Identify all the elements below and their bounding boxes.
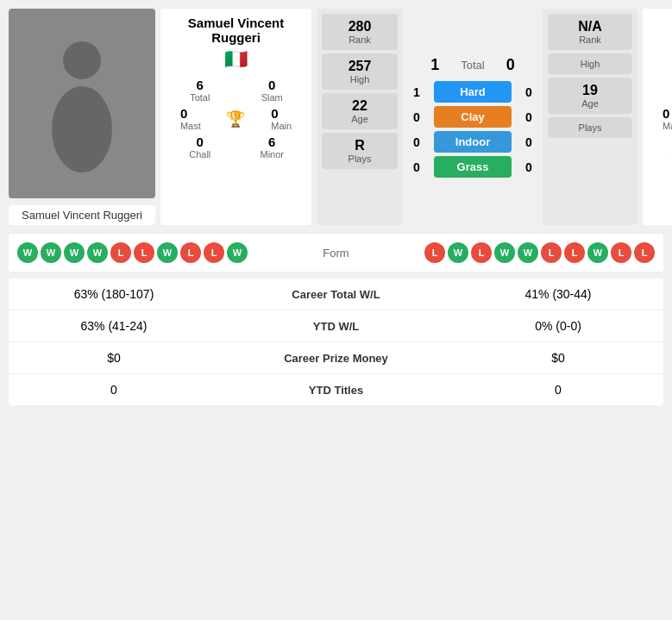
form-badge: L — [204, 242, 224, 263]
left-rank-value: 280 — [325, 19, 394, 34]
stats-table: 63% (180-107)Career Total W/L41% (30-44)… — [9, 279, 663, 405]
table-center-label: YTD Titles — [209, 384, 463, 397]
form-badge: L — [424, 242, 445, 263]
right-hard-num: 0 — [520, 85, 537, 99]
left-main-value: 0 — [271, 106, 292, 121]
clay-badge: Clay — [434, 106, 512, 128]
left-player-panel: Samuel Vincent Ruggeri — [9, 9, 155, 225]
table-right-value: 41% (30-44) — [463, 287, 653, 301]
form-badge: L — [180, 242, 201, 263]
left-age-box: 22 Age — [322, 93, 398, 129]
indoor-row: 0 Indoor 0 — [408, 131, 537, 153]
left-rank-box: 280 Rank — [322, 14, 398, 50]
left-mast-label: Mast — [180, 121, 201, 131]
right-mast-value: 0 — [663, 106, 672, 121]
right-chall-value: 0 — [650, 135, 672, 149]
left-rank-label: Rank — [325, 34, 394, 45]
right-total-label: Total — [650, 92, 672, 103]
main-container: Samuel Vincent Ruggeri Samuel Vincent Ru… — [0, 0, 672, 414]
form-badge: L — [110, 242, 131, 263]
left-chall-value: 0 — [167, 135, 233, 149]
left-high-value: 257 — [325, 59, 394, 74]
left-stats-grid: 6 Total 0 Slam — [167, 78, 305, 103]
right-clay-num: 0 — [520, 110, 537, 124]
form-badge: W — [518, 242, 538, 263]
table-left-value: 63% (180-107) — [19, 287, 209, 301]
right-mast-cell: 0 Mast — [663, 106, 672, 131]
left-main-cell: 0 Main — [271, 106, 292, 131]
form-badge: W — [17, 242, 38, 263]
left-player-flag: 🇮🇹 — [167, 48, 305, 71]
form-badge: L — [564, 242, 585, 263]
table-left-value: $0 — [19, 351, 209, 365]
left-plays-value: R — [325, 138, 394, 153]
right-grass-num: 0 — [520, 160, 537, 174]
left-high-label: High — [325, 74, 394, 85]
table-row: $0Career Prize Money$0 — [9, 342, 663, 374]
right-bottom-stats: 0 Chall 0 Minor — [650, 135, 672, 160]
left-mast-value: 0 — [180, 106, 201, 121]
left-minor-label: Minor — [240, 149, 305, 160]
left-form-badges: WWWWLLWLLW — [17, 242, 248, 263]
table-row: 63% (180-107)Career Total W/L41% (30-44) — [9, 279, 663, 310]
left-plays-box: R Plays — [322, 133, 398, 169]
left-total-label: Total — [167, 92, 233, 103]
right-trophy-row: 0 Mast 🏆 0 Main — [650, 106, 672, 131]
form-badge: W — [64, 242, 85, 263]
right-age-value: 19 — [551, 83, 629, 98]
right-plays-label: Plays — [551, 122, 629, 133]
left-age-label: Age — [325, 114, 394, 124]
indoor-badge: Indoor — [434, 131, 512, 153]
left-total-cell: 6 Total — [167, 78, 233, 103]
left-minor-cell: 6 Minor — [240, 135, 305, 160]
right-center-stats: N/A Rank High 19 Age Plays — [543, 9, 637, 225]
form-badge: L — [634, 242, 655, 263]
left-chall-label: Chall — [167, 149, 233, 160]
clay-row: 0 Clay 0 — [408, 106, 537, 128]
form-label: Form — [323, 247, 349, 260]
left-plays-label: Plays — [325, 153, 394, 164]
table-left-value: 0 — [19, 383, 209, 397]
table-right-value: 0% (0-0) — [463, 319, 653, 333]
left-slam-cell: 0 Slam — [240, 78, 305, 103]
left-age-value: 22 — [325, 98, 394, 114]
table-center-label: YTD W/L — [209, 320, 463, 333]
grass-badge: Grass — [434, 156, 512, 178]
hard-badge: Hard — [434, 81, 512, 103]
left-slam-label: Slam — [240, 92, 305, 103]
form-badge: W — [87, 242, 108, 263]
right-indoor-num: 0 — [520, 135, 537, 149]
form-badge: W — [227, 242, 248, 263]
right-chall-label: Chall — [650, 149, 672, 160]
left-chall-cell: 0 Chall — [167, 135, 233, 160]
table-right-value: 0 — [463, 383, 653, 397]
right-rank-value: N/A — [551, 19, 629, 34]
table-row: 0YTD Titles0 — [9, 374, 663, 405]
form-badge: W — [448, 242, 468, 263]
left-main-label: Main — [271, 121, 292, 131]
left-player-photo — [9, 9, 155, 198]
table-center-label: Career Total W/L — [209, 288, 463, 301]
hard-row: 1 Hard 0 — [408, 81, 537, 103]
form-badge: W — [587, 242, 608, 263]
comparison-section: Samuel Vincent Ruggeri Samuel Vincent Ru… — [9, 9, 663, 225]
right-high-label: High — [551, 59, 629, 69]
left-bottom-stats: 0 Chall 6 Minor — [167, 135, 305, 160]
left-trophy-row: 0 Mast 🏆 0 Main — [167, 106, 305, 131]
form-badge: W — [157, 242, 178, 263]
right-rank-box: N/A Rank — [548, 14, 632, 50]
trophy-icon: 🏆 — [226, 110, 245, 128]
left-player-name-line1: Samuel Vincent — [22, 209, 100, 222]
table-left-value: 63% (41-24) — [19, 319, 209, 333]
right-total-num: 0 — [502, 56, 519, 74]
right-age-box: 19 Age — [548, 78, 632, 114]
right-plays-box: Plays — [548, 117, 632, 138]
left-player-name-line2: Ruggeri — [103, 209, 142, 222]
left-player-name-bottom: Samuel Vincent Ruggeri — [9, 205, 155, 225]
form-section: WWWWLLWLLW Form LWLWWLLWLL — [9, 234, 663, 272]
right-form-badges: LWLWWLLWLL — [424, 242, 655, 263]
right-mast-label: Mast — [663, 121, 672, 131]
total-label: Total — [461, 59, 484, 72]
left-minor-value: 6 — [240, 135, 305, 149]
table-center-label: Career Prize Money — [209, 352, 463, 365]
